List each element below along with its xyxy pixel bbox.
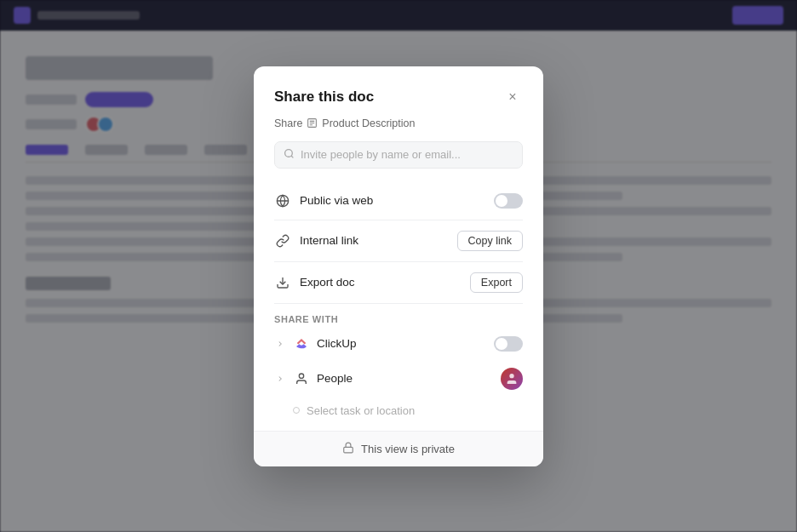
subtitle-prefix: Share xyxy=(274,117,302,129)
clickup-row: ClickUp xyxy=(274,328,523,360)
clickup-label: ClickUp xyxy=(317,337,487,350)
invite-search-input[interactable] xyxy=(301,148,513,161)
svg-line-5 xyxy=(291,156,293,157)
clickup-icon xyxy=(293,335,310,352)
internal-link-row: Internal link Copy link xyxy=(274,222,523,260)
share-with-header: Share With xyxy=(274,311,523,324)
select-location-label: Select task or location xyxy=(307,404,415,417)
export-icon xyxy=(274,274,291,291)
export-button[interactable]: Export xyxy=(470,272,523,293)
modal-overlay[interactable]: Share this doc × Share Product Descripti… xyxy=(0,0,797,532)
copy-link-button[interactable]: Copy link xyxy=(457,231,523,251)
svg-rect-11 xyxy=(344,447,353,452)
modal-footer: This view is private xyxy=(254,431,543,466)
share-options-list: Public via web Internal link Copy link xyxy=(274,184,523,306)
svg-point-4 xyxy=(285,149,293,157)
modal-subtitle: Share Product Description xyxy=(274,117,523,129)
person-icon xyxy=(293,370,310,387)
circle-dot-icon xyxy=(293,407,300,414)
modal-title: Share this doc xyxy=(274,89,374,106)
people-chevron-icon[interactable] xyxy=(274,373,286,385)
export-doc-label: Export doc xyxy=(300,276,462,289)
public-via-web-toggle[interactable] xyxy=(494,193,523,209)
modal-header: Share this doc × xyxy=(274,87,523,107)
subtitle-doc: Product Description xyxy=(322,117,415,129)
select-location-row[interactable]: Select task or location xyxy=(274,398,523,424)
chevron-right-icon[interactable] xyxy=(274,338,286,350)
link-icon xyxy=(274,232,291,249)
share-modal: Share this doc × Share Product Descripti… xyxy=(254,66,543,466)
lock-icon xyxy=(342,442,354,456)
people-avatar xyxy=(501,368,523,390)
invite-search-row[interactable] xyxy=(274,141,523,169)
public-via-web-label: Public via web xyxy=(300,194,485,207)
people-row: People xyxy=(274,360,523,398)
search-icon xyxy=(284,148,295,162)
internal-link-label: Internal link xyxy=(300,234,449,247)
footer-text: This view is private xyxy=(361,443,455,455)
svg-point-10 xyxy=(509,374,513,378)
svg-point-9 xyxy=(299,374,303,378)
people-label: People xyxy=(317,372,494,385)
public-via-web-row: Public via web xyxy=(274,184,523,218)
clickup-toggle[interactable] xyxy=(494,336,523,352)
globe-icon xyxy=(274,192,291,209)
doc-icon xyxy=(307,117,318,129)
close-button[interactable]: × xyxy=(502,87,523,107)
export-doc-row: Export doc Export xyxy=(274,264,523,301)
